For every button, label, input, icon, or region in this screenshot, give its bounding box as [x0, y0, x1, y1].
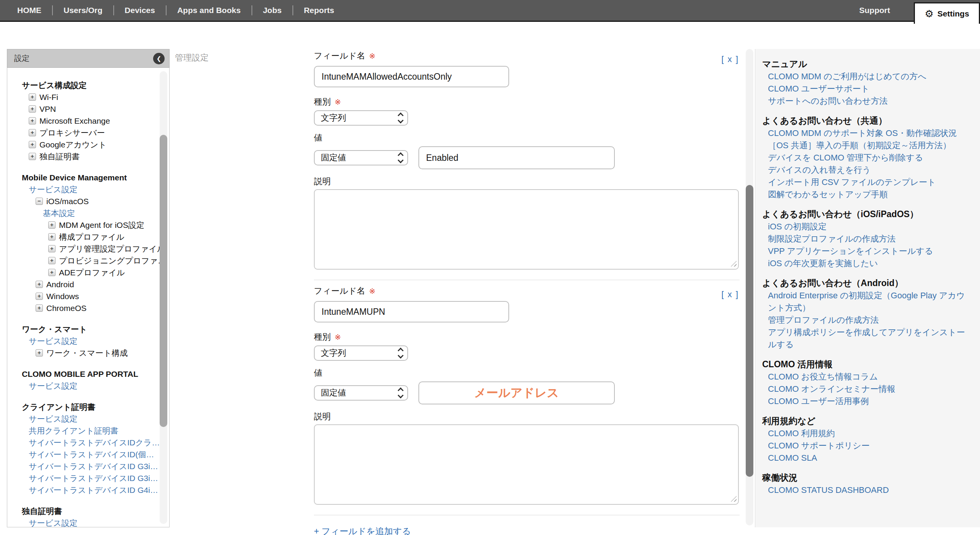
tree-node-label[interactable]: Googleアカウント [39, 139, 106, 151]
nav-item-apps-and-books[interactable]: Apps and Books [167, 6, 252, 15]
tree-link[interactable]: サービス設定 [29, 413, 77, 425]
expand-toggle-icon[interactable]: + [29, 129, 36, 136]
tree-node-label[interactable]: Windows [46, 290, 79, 302]
tab-settings[interactable]: ⚙ Settings [914, 2, 980, 24]
help-link[interactable]: 管理プロファイルの作成方法 [762, 314, 969, 326]
tree-node-label[interactable]: iOS/macOS [46, 195, 89, 207]
help-link[interactable]: CLOMO MDM のご利用がはじめての方へ [762, 70, 969, 83]
nav-item-reports[interactable]: Reports [293, 6, 345, 15]
expand-toggle-icon[interactable]: + [48, 269, 56, 276]
tree-item[interactable]: +MDM Agent for iOS設定 [15, 219, 152, 231]
help-link[interactable]: CLOMO オンラインセミナー情報 [762, 383, 969, 395]
tree-link[interactable]: サービス設定 [29, 517, 77, 527]
expand-toggle-icon[interactable]: + [29, 105, 36, 113]
tree-link[interactable]: 共用クライアント証明書 [29, 425, 118, 437]
tree-item[interactable]: 基本設定 [15, 207, 152, 219]
tree-link[interactable]: サイバートラストデバイスID G4i… [29, 484, 158, 496]
expand-toggle-icon[interactable]: + [29, 93, 36, 101]
tree-item[interactable]: サイバートラストデバイスID G3i… [15, 472, 152, 484]
description-textarea[interactable] [314, 189, 739, 270]
sidebar-collapse-button[interactable]: ❮ [153, 53, 165, 64]
value-input[interactable] [418, 381, 615, 404]
tree-item[interactable]: サービス設定 [15, 183, 152, 195]
help-link[interactable]: CLOMO MDM のサポート対象 OS・動作確認状況 [762, 127, 969, 139]
help-link[interactable]: CLOMO お役立ち情報コラム [762, 371, 969, 383]
sidebar-scrollbar-thumb[interactable] [160, 135, 167, 427]
help-link[interactable]: サポートへのお問い合わせ方法 [762, 95, 969, 107]
tree-item[interactable]: +構成プロファイル [15, 231, 152, 243]
expand-toggle-icon[interactable]: + [36, 304, 43, 312]
tree-link[interactable]: サイバートラストデバイスID G3i… [29, 472, 158, 484]
tree-item[interactable]: +ChromeOS [15, 302, 152, 314]
tree-node-label[interactable]: 構成プロファイル [59, 231, 124, 243]
tree-link[interactable]: サービス設定 [29, 380, 77, 392]
tree-item[interactable]: サービス設定 [15, 380, 152, 392]
tree-link[interactable]: サイバートラストデバイスID G3i… [29, 460, 158, 472]
tree-item[interactable]: +独自証明書 [15, 151, 152, 162]
tree-link[interactable]: サービス設定 [29, 183, 77, 195]
tree-item[interactable]: サイバートラストデバイスID G4i… [15, 484, 152, 496]
help-link[interactable]: CLOMO サポートポリシー [762, 440, 969, 452]
help-link[interactable]: アプリ構成ポリシーを作成してアプリをインストールする [762, 326, 969, 351]
help-link[interactable]: iOS の初期設定 [762, 221, 969, 233]
type-select[interactable]: 文字列 [314, 110, 408, 126]
expand-toggle-icon[interactable]: + [29, 141, 36, 148]
tree-node-label[interactable]: Android [46, 278, 74, 290]
tree-item[interactable]: +プロキシサーバー [15, 127, 152, 139]
tree-node-label[interactable]: ワーク・スマート構成 [46, 347, 127, 359]
content-scrollbar-thumb[interactable] [746, 185, 753, 477]
value-mode-select[interactable]: 固定値 [314, 150, 408, 165]
help-link[interactable]: CLOMO STATUS DASHBOARD [762, 484, 969, 496]
tree-link[interactable]: 基本設定 [43, 207, 75, 219]
help-link[interactable]: CLOMO 利用規約 [762, 427, 969, 440]
help-link[interactable]: Android Enterprise の初期設定（Google Play アカウ… [762, 290, 969, 314]
expand-toggle-icon[interactable]: + [29, 117, 36, 124]
tree-node-label[interactable]: Microsoft Exchange [39, 115, 110, 127]
tree-item[interactable]: +ADEプロファイル [15, 267, 152, 278]
help-link[interactable]: CLOMO ユーザー活用事例 [762, 395, 969, 407]
expand-toggle-icon[interactable]: + [48, 233, 56, 241]
tree-item[interactable]: +プロビジョニングプロファ… [15, 255, 152, 267]
help-link[interactable]: 制限設定プロファイルの作成方法 [762, 233, 969, 245]
nav-item-support[interactable]: Support [859, 6, 890, 15]
remove-field-button[interactable]: [ x ] [722, 54, 739, 64]
tree-item[interactable]: サイバートラストデバイスIDクラ… [15, 437, 152, 448]
tree-node-label[interactable]: MDM Agent for iOS設定 [59, 219, 144, 231]
help-link[interactable]: デバイスを CLOMO 管理下から削除する [762, 152, 969, 164]
tree-node-label[interactable]: アプリ管理設定プロファイル [59, 243, 165, 255]
help-link[interactable]: CLOMO ユーザーサポート [762, 83, 969, 95]
help-link[interactable]: ［OS 共通］導入の手順（初期設定～活用方法） [762, 139, 969, 152]
expand-toggle-icon[interactable]: + [48, 245, 56, 252]
tree-item[interactable]: −iOS/macOS [15, 195, 152, 207]
tree-item[interactable]: +VPN [15, 103, 152, 115]
expand-toggle-icon[interactable]: + [36, 349, 43, 357]
tree-link[interactable]: サイバートラストデバイスIDクラ… [29, 437, 160, 448]
tree-item[interactable]: 共用クライアント証明書 [15, 425, 152, 437]
tree-node-label[interactable]: ChromeOS [46, 302, 87, 314]
help-link[interactable]: iOS の年次更新を実施したい [762, 257, 969, 270]
tree-link[interactable]: サイバートラストデバイスID(個… [29, 448, 154, 460]
expand-toggle-icon[interactable]: + [36, 281, 43, 288]
nav-item-jobs[interactable]: Jobs [252, 6, 292, 15]
tree-node-label[interactable]: ADEプロファイル [59, 267, 125, 278]
tree-item[interactable]: サービス設定 [15, 517, 152, 527]
tree-item[interactable]: +Windows [15, 290, 152, 302]
tree-item[interactable]: +ワーク・スマート構成 [15, 347, 152, 359]
help-link[interactable]: CLOMO SLA [762, 452, 969, 464]
value-input[interactable] [418, 146, 615, 169]
tree-item[interactable]: サイバートラストデバイスID G3i… [15, 460, 152, 472]
tree-item[interactable]: +アプリ管理設定プロファイル [15, 243, 152, 255]
add-field-button[interactable]: + フィールドを追加する [314, 525, 411, 535]
help-link[interactable]: VPP アプリケーションをインストールする [762, 245, 969, 257]
field-name-input[interactable] [314, 301, 509, 322]
tree-item[interactable]: +Android [15, 278, 152, 290]
help-link[interactable]: 図解でわかるセットアップ手順 [762, 188, 969, 201]
help-link[interactable]: デバイスの入れ替えを行う [762, 164, 969, 176]
expand-toggle-icon[interactable]: + [36, 293, 43, 300]
collapse-toggle-icon[interactable]: − [36, 198, 43, 205]
tree-item[interactable]: サービス設定 [15, 335, 152, 347]
field-name-input[interactable] [314, 66, 509, 87]
value-mode-select[interactable]: 固定値 [314, 385, 408, 401]
expand-toggle-icon[interactable]: + [48, 257, 56, 264]
tree-node-label[interactable]: VPN [39, 103, 56, 115]
